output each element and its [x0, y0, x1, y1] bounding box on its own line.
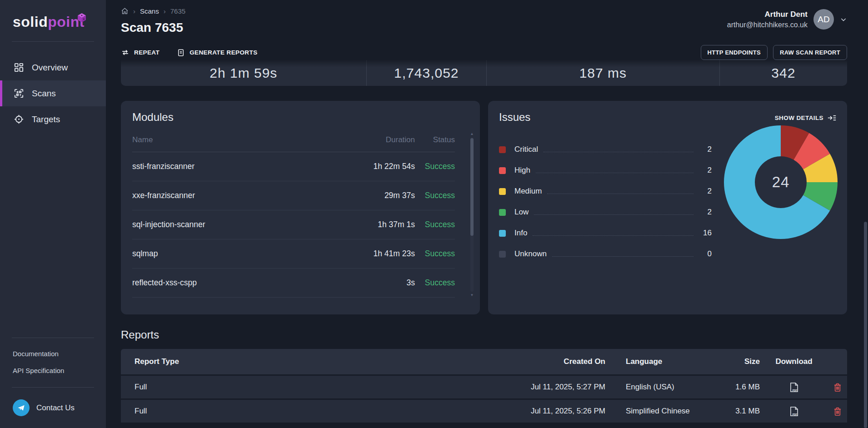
user-text: Arthur Dent arthur@hitchhikers.co.uk: [727, 10, 808, 29]
trash-icon[interactable]: [834, 383, 841, 392]
show-details-button[interactable]: SHOW DETAILS: [775, 114, 836, 121]
breadcrumb-separator: ›: [164, 7, 166, 15]
report-download-cell: PDF: [760, 382, 828, 393]
report-created-on: Jul 11, 2025, 5:27 PM: [414, 383, 605, 392]
legend-value: 0: [699, 249, 712, 259]
legend-dotted-leader: [547, 194, 693, 194]
modules-col-status[interactable]: Status: [415, 135, 455, 144]
link-documentation[interactable]: Documentation: [13, 350, 93, 358]
issues-legend: Critical2High2Medium2Low2Info16Unknown0: [499, 139, 712, 264]
module-status: Success: [415, 220, 455, 229]
modules-scrollbar[interactable]: ▲ ▼: [470, 134, 474, 295]
stat-duration: 2h 1m 59s: [121, 60, 366, 86]
sidebar: solidpoint Overview: [0, 0, 106, 428]
module-row: sql-injection-scanner1h 37m 1sSuccess: [132, 210, 455, 239]
scroll-down-icon[interactable]: ▼: [470, 293, 474, 297]
reports-table-body: FullJul 11, 2025, 5:27 PMEnglish (USA)1.…: [121, 376, 847, 423]
issues-donut-chart: 24: [724, 125, 838, 239]
http-endpoints-button[interactable]: HTTP ENDPOINTS: [701, 45, 768, 60]
stat-count: 342: [719, 60, 847, 86]
breadcrumb-scan-id: 7635: [170, 7, 185, 15]
reports-col-created[interactable]: Created On: [414, 357, 605, 366]
legend-value: 2: [699, 145, 712, 154]
brand-logo[interactable]: solidpoint: [0, 0, 106, 41]
module-row: ssti-franziscanner1h 22m 54sSuccess: [132, 152, 455, 181]
module-name: sqlmap: [132, 249, 333, 259]
modules-card: Modules Name Duration Status ssti-franzi…: [121, 101, 480, 314]
reports-col-download[interactable]: Download: [760, 357, 828, 366]
modules-col-name[interactable]: Name: [132, 135, 333, 144]
qr-scan-icon: [14, 88, 24, 99]
reports-col-type[interactable]: Report Type: [121, 357, 414, 366]
pdf-file-icon[interactable]: PDF: [790, 406, 798, 417]
module-name: reflected-xss-cspp: [132, 278, 333, 288]
breadcrumb-scans[interactable]: Scans: [140, 7, 159, 15]
module-status: Success: [415, 249, 455, 259]
module-status: Success: [415, 191, 455, 200]
stat-requests: 1,743,052: [366, 60, 486, 86]
contact-us-label: Contact Us: [36, 403, 75, 413]
modules-title: Modules: [132, 111, 469, 124]
legend-item-medium: Medium2: [499, 181, 712, 202]
pdf-file-icon[interactable]: PDF: [790, 382, 798, 393]
user-block[interactable]: Arthur Dent arthur@hitchhikers.co.uk AD: [727, 9, 847, 30]
issues-card: Issues SHOW DETAILS Critical2High2Medium…: [488, 101, 847, 314]
document-icon: [177, 49, 185, 57]
module-duration: 3s: [333, 278, 415, 288]
sidebar-item-targets[interactable]: Targets: [0, 106, 106, 132]
legend-item-critical: Critical2: [499, 139, 712, 160]
page-scroll-thumb[interactable]: [864, 222, 867, 428]
report-language: English (USA): [605, 383, 696, 392]
modules-col-duration[interactable]: Duration: [333, 135, 415, 144]
stat-avg-response: 187 ms: [486, 60, 719, 86]
module-duration: 1h 37m 1s: [333, 220, 415, 229]
arrow-into-list-icon: [828, 114, 836, 121]
legend-item-low: Low2: [499, 202, 712, 223]
report-type: Full: [121, 383, 414, 392]
module-name: xxe-franziscanner: [132, 191, 333, 200]
telegram-icon: [13, 399, 30, 416]
report-size: 1.6 MB: [696, 383, 760, 392]
module-row: xxe-franziscanner29m 37sSuccess: [132, 181, 455, 210]
sidebar-nav: Overview Scans: [0, 55, 106, 132]
legend-color-swatch: [499, 209, 506, 216]
avatar[interactable]: AD: [813, 9, 834, 30]
legend-value: 16: [699, 229, 712, 238]
raw-scan-report-button[interactable]: RAW SCAN REPORT: [773, 45, 847, 60]
report-type: Full: [121, 407, 414, 416]
report-row: FullJul 11, 2025, 5:26 PMSimplified Chin…: [121, 400, 847, 423]
breadcrumb-separator: ›: [133, 7, 135, 15]
toolbar: REPEAT GENERATE REPORTS HTTP ENDPOINTS R…: [106, 45, 868, 60]
legend-label: Low: [514, 208, 529, 217]
issues-total: 24: [724, 125, 838, 239]
stats-card: 2h 1m 59s 1,743,052 187 ms 342: [121, 60, 847, 86]
modules-table-header: Name Duration Status: [132, 135, 469, 144]
reports-table-header: Report Type Created On Language Size Dow…: [121, 349, 847, 374]
repeat-button[interactable]: REPEAT: [121, 48, 160, 57]
reports-col-language[interactable]: Language: [605, 357, 696, 366]
sidebar-item-overview[interactable]: Overview: [0, 55, 106, 80]
report-created-on: Jul 11, 2025, 5:26 PM: [414, 407, 605, 416]
legend-color-swatch: [499, 188, 506, 195]
legend-item-unknown: Unknown0: [499, 244, 712, 264]
page-scrollbar[interactable]: [864, 0, 868, 428]
sidebar-divider-top: [12, 41, 94, 42]
generate-reports-button[interactable]: GENERATE REPORTS: [177, 49, 257, 57]
contact-us[interactable]: Contact Us: [0, 388, 106, 416]
reports-col-size[interactable]: Size: [696, 357, 760, 366]
generate-reports-label: GENERATE REPORTS: [190, 49, 257, 56]
legend-color-swatch: [499, 251, 506, 258]
report-row: FullJul 11, 2025, 5:27 PMEnglish (USA)1.…: [121, 376, 847, 398]
module-status: Success: [415, 278, 455, 288]
chevron-down-icon[interactable]: [840, 16, 847, 23]
home-icon[interactable]: [121, 7, 129, 15]
legend-color-swatch: [499, 167, 506, 174]
module-name: sql-injection-scanner: [132, 220, 333, 229]
modules-scroll-thumb[interactable]: [470, 138, 474, 236]
target-icon: [14, 114, 24, 124]
sidebar-item-scans[interactable]: Scans: [0, 80, 106, 106]
report-size: 3.1 MB: [696, 407, 760, 416]
link-api-specification[interactable]: API Specification: [13, 367, 93, 374]
trash-icon[interactable]: [834, 407, 841, 416]
scroll-up-icon[interactable]: ▲: [470, 132, 474, 136]
